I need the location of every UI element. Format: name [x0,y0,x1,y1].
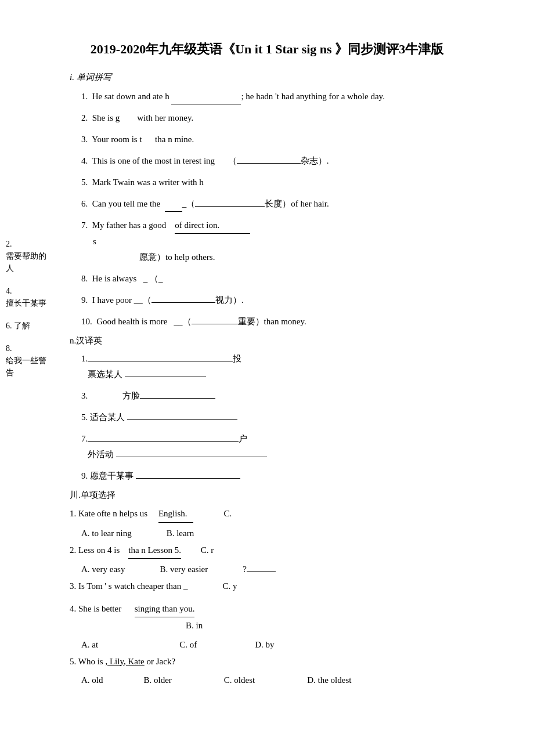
sidebar-item-3: 6. 了解 [6,320,46,332]
q4: 4. This is one of the most in terest ing… [81,153,522,169]
sidebar: 2. 需要帮助的 人 4. 擅长干某事 6. 了解 8. 给我一些警 告 [6,238,46,389]
q7: 7. My father has a good of direct ion. s… [81,218,522,265]
mc-q2: 2. Less on 4 is tha n Lesson 5. C. r [70,542,522,559]
page-title: 2019-2020年九年级英语《Un it 1 Star sig ns 》同步测… [12,41,522,58]
mc-q1: 1. Kate ofte n helps us English. C. [70,505,522,523]
mc-q5-options: A. old B. older C. oldest D. the oldest [81,675,522,685]
section1-label: i. 单词拼写 [70,72,522,83]
mc-q2-options: A. very easy B. very easier ? [81,565,522,574]
s2-q9: 9. 愿意干某事 [81,468,522,484]
section1-questions: 1. He sat down and ate h ; he hadn 't ha… [81,89,522,330]
q1: 1. He sat down and ate h ; he hadn 't ha… [81,89,522,104]
sidebar-item-4: 8. 给我一些警 告 [6,342,46,379]
q5: 5. Mark Twain was a writer with h [81,175,522,190]
q6: 6. Can you tell me the _（长度）of her hair. [81,196,522,212]
section3-questions: 1. Kate ofte n helps us English. C. A. t… [70,505,522,685]
mc-q1-options: A. to lear ning B. learn [81,529,522,538]
q10: 10. Good health is more __（重要）than money… [81,314,522,330]
page: 2019-2020年九年级英语《Un it 1 Star sig ns 》同步测… [0,23,534,756]
s2-q3: 3. 方脸 [81,388,522,404]
sidebar-item-1: 2. 需要帮助的 人 [6,238,46,274]
s2-q7: 7.户 外活动 [81,431,522,462]
q2: 2. She is g with her money. [81,110,522,126]
section3-label: 川.单项选择 [70,490,522,501]
q8: 8. He is always _ （_ [81,271,522,287]
s2-q1: 1.投 票选某人 [81,351,522,382]
section2-label: n.汉译英 [70,335,522,346]
q3: 3. Your room is t tha n mine. [81,132,522,147]
q9: 9. I have poor __（视力）. [81,292,522,308]
mc-q4: 4. She is better singing than you. B. in [70,601,522,634]
section2-questions: 1.投 票选某人 3. 方脸 5. 适合某人 7.户 外活动 9. 愿意干某事 [81,351,522,484]
s2-q5: 5. 适合某人 [81,410,522,425]
mc-q5: 5. Who is , Lily, Kate or Jack? [70,653,522,670]
sidebar-item-2: 4. 擅长干某事 [6,285,46,309]
mc-q4-options: A. at C. of D. by [81,640,522,650]
mc-q3: 3. Is Tom ' s watch cheaper than _ C. y [70,578,522,595]
